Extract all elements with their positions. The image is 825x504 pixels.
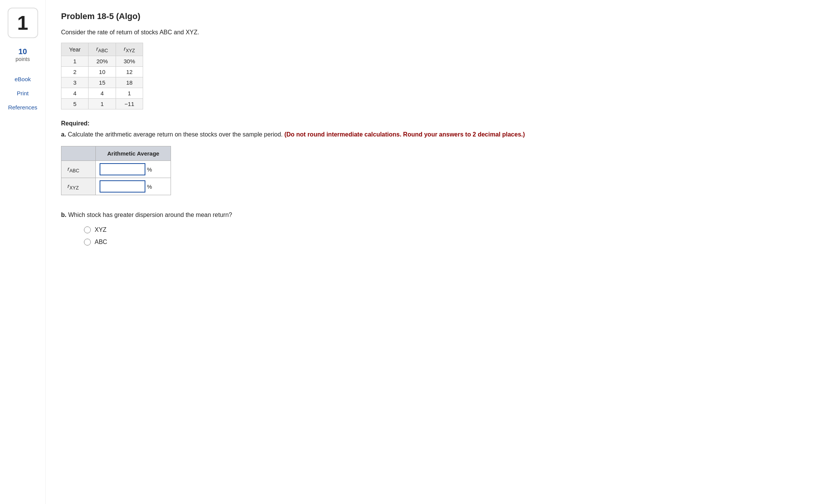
sidebar-link-ebook[interactable]: eBook <box>4 74 42 85</box>
cell-rabc: 10 <box>89 67 116 77</box>
question-number: 1 <box>17 11 28 34</box>
answer-input-cell-xyz: % <box>96 178 171 195</box>
answer-row-label-rxyz: rXYZ <box>61 178 96 195</box>
answer-row-label-rabc: rABC <box>61 161 96 178</box>
points-section: 10 points <box>16 47 30 62</box>
table-row: 4 4 1 <box>61 88 143 99</box>
cell-rxyz: −11 <box>116 99 143 109</box>
cell-rxyz: 18 <box>116 77 143 88</box>
table-row: 5 1 −11 <box>61 99 143 109</box>
xyz-pct-label: % <box>147 183 152 190</box>
points-value: 10 <box>16 47 30 56</box>
question-number-box: 1 <box>8 8 38 38</box>
abc-answer-input[interactable] <box>100 163 145 175</box>
part-a-text: a. Calculate the arithmetic average retu… <box>61 130 810 139</box>
part-a-description: Calculate the arithmetic average return … <box>68 131 283 138</box>
part-b-text: b. Which stock has greater dispersion ar… <box>61 210 810 220</box>
col-header-rabc: rABC <box>89 43 116 56</box>
answer-col-label <box>61 146 96 161</box>
sidebar-links: eBook Print References <box>4 74 42 113</box>
cell-year: 5 <box>61 99 89 109</box>
cell-rxyz: 1 <box>116 88 143 99</box>
answer-row-rabc: rABC % <box>61 161 171 178</box>
cell-rabc: 1 <box>89 99 116 109</box>
problem-title: Problem 18-5 (Algo) <box>61 11 810 21</box>
cell-rabc: 4 <box>89 88 116 99</box>
table-row: 3 15 18 <box>61 77 143 88</box>
answer-table: Arithmetic Average rABC % rXYZ <box>61 146 171 195</box>
radio-abc[interactable] <box>84 239 91 246</box>
radio-xyz[interactable] <box>84 226 91 233</box>
part-b-description: Which stock has greater dispersion aroun… <box>68 212 232 218</box>
col-header-year: Year <box>61 43 89 56</box>
cell-year: 3 <box>61 77 89 88</box>
answer-col-header: Arithmetic Average <box>96 146 171 161</box>
radio-group: XYZ ABC <box>84 226 810 246</box>
part-b-label: b. <box>61 212 66 218</box>
answer-row-rxyz: rXYZ % <box>61 178 171 195</box>
intro-text: Consider the rate of return of stocks AB… <box>61 29 810 36</box>
cell-rabc: 20% <box>89 56 116 67</box>
cell-year: 4 <box>61 88 89 99</box>
points-label: points <box>16 56 30 62</box>
cell-rxyz: 30% <box>116 56 143 67</box>
part-a-note: (Do not round intermediate calculations.… <box>284 131 525 138</box>
abc-pct-label: % <box>147 166 152 173</box>
part-a-label: a. <box>61 131 66 138</box>
cell-year: 1 <box>61 56 89 67</box>
sidebar: 1 10 points eBook Print References <box>0 0 46 504</box>
cell-rxyz: 12 <box>116 67 143 77</box>
sidebar-link-print[interactable]: Print <box>4 88 42 99</box>
data-table: Year rABC rXYZ 1 20% 30% 2 10 12 3 <box>61 43 143 109</box>
required-label: Required: <box>61 120 810 127</box>
radio-xyz-label: XYZ <box>95 226 106 233</box>
col-header-rxyz: rXYZ <box>116 43 143 56</box>
radio-abc-label: ABC <box>95 239 107 246</box>
table-row: 2 10 12 <box>61 67 143 77</box>
cell-year: 2 <box>61 67 89 77</box>
table-row: 1 20% 30% <box>61 56 143 67</box>
xyz-answer-input[interactable] <box>100 180 145 193</box>
sidebar-link-references[interactable]: References <box>4 102 42 113</box>
radio-option-abc[interactable]: ABC <box>84 239 810 246</box>
cell-rabc: 15 <box>89 77 116 88</box>
answer-input-cell-abc: % <box>96 161 171 178</box>
main-content: Problem 18-5 (Algo) Consider the rate of… <box>46 0 825 504</box>
radio-option-xyz[interactable]: XYZ <box>84 226 810 233</box>
